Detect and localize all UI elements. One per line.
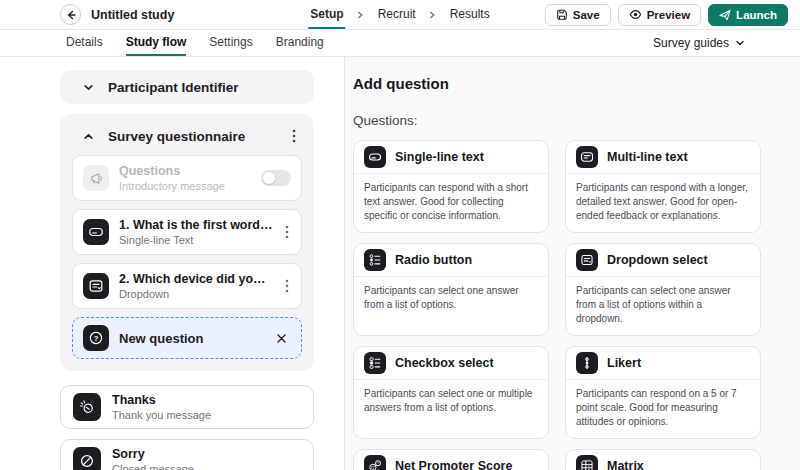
add-question-panel: Add question Questions: Single-line text… <box>345 57 800 470</box>
topbar-actions: Save Preview Launch <box>545 4 788 26</box>
chevron-up-icon[interactable] <box>83 131 94 142</box>
study-title: Untitled study <box>91 8 174 22</box>
type-title: Net Promoter Score <box>395 459 512 470</box>
sorry-message-card[interactable]: Sorry Closed message <box>60 439 314 470</box>
tab-branding[interactable]: Branding <box>276 30 324 56</box>
tab-details[interactable]: Details <box>66 30 103 56</box>
add-question-heading: Add question <box>353 75 800 92</box>
thanks-title: Thanks <box>112 393 301 407</box>
dropdown-icon <box>576 249 598 271</box>
type-description: Participants can respond with a longer, … <box>566 174 760 232</box>
checkbox-list-icon <box>364 352 386 374</box>
intro-message-title: Questions <box>119 164 251 178</box>
type-card-checkbox-select[interactable]: Checkbox select Participants can select … <box>353 346 549 439</box>
type-card-net-promoter-score[interactable]: Net Promoter Score Ask how likely they a… <box>353 449 549 470</box>
chevron-down-icon <box>83 82 94 93</box>
nps-faces-icon <box>364 455 386 470</box>
type-card-matrix[interactable]: Matrix Ask participants to rate multiple… <box>565 449 761 470</box>
likert-scale-icon <box>576 352 598 374</box>
intro-message-card[interactable]: Questions Introductory message <box>72 155 302 201</box>
toggle-knob <box>263 172 275 184</box>
question-card-1[interactable]: 1. What is the first word or phra… Singl… <box>72 209 302 255</box>
single-line-text-icon <box>83 219 109 245</box>
type-card-header: Multi-line text <box>566 141 760 174</box>
intro-message-subtitle: Introductory message <box>119 180 251 192</box>
step-results[interactable]: Results <box>448 0 492 29</box>
sorry-subtitle: Closed message <box>112 463 301 470</box>
type-card-dropdown-select[interactable]: Dropdown select Participants can select … <box>565 243 761 336</box>
content: Participant Identifier Survey questionna… <box>0 57 800 470</box>
intro-message-text: Questions Introductory message <box>119 164 251 192</box>
section-title: Survey questionnaire <box>108 129 276 144</box>
kebab-menu-icon[interactable] <box>283 277 291 295</box>
type-card-header: Net Promoter Score <box>354 450 548 470</box>
question-title: 1. What is the first word or phra… <box>119 218 273 232</box>
thanks-message-card[interactable]: Thanks Thank you message <box>60 385 314 429</box>
eye-icon <box>629 8 642 21</box>
preview-label: Preview <box>647 9 690 21</box>
question-text: 2. Which device did you primaril… Dropdo… <box>119 272 273 300</box>
launch-label: Launch <box>736 9 777 21</box>
type-card-header: Radio button <box>354 244 548 277</box>
kebab-menu-icon[interactable] <box>283 223 291 241</box>
type-card-likert[interactable]: Likert Participants can respond on a 5 o… <box>565 346 761 439</box>
type-description: Participants can respond with a short te… <box>354 174 548 232</box>
save-button[interactable]: Save <box>545 4 611 26</box>
survey-guides-dropdown[interactable]: Survey guides <box>653 36 745 50</box>
type-card-header: Dropdown select <box>566 244 760 277</box>
question-text: 1. What is the first word or phra… Singl… <box>119 218 273 246</box>
type-title: Checkbox select <box>395 356 494 370</box>
matrix-grid-icon <box>576 455 598 470</box>
question-card-2[interactable]: 2. Which device did you primaril… Dropdo… <box>72 263 302 309</box>
type-title: Dropdown select <box>607 253 708 267</box>
study-flow-panel: Participant Identifier Survey questionna… <box>0 57 345 470</box>
type-card-header: Single-line text <box>354 141 548 174</box>
chevron-right-icon <box>357 11 365 19</box>
question-circle-icon: ? <box>83 325 109 351</box>
type-card-radio-button[interactable]: Radio button Participants can select one… <box>353 243 549 336</box>
blocked-icon <box>73 447 101 470</box>
sorry-title: Sorry <box>112 447 301 461</box>
tab-study-flow[interactable]: Study flow <box>126 30 187 56</box>
kebab-menu-icon[interactable] <box>290 127 298 145</box>
sorry-text: Sorry Closed message <box>112 447 301 470</box>
step-recruit[interactable]: Recruit <box>376 0 418 29</box>
single-line-text-icon <box>364 146 386 168</box>
thanks-text: Thanks Thank you message <box>112 393 301 421</box>
type-card-header: Likert <box>566 347 760 380</box>
question-type: Single-line Text <box>119 234 273 246</box>
tab-settings[interactable]: Settings <box>209 30 252 56</box>
floppy-disk-icon <box>556 9 568 21</box>
launch-button[interactable]: Launch <box>708 4 788 26</box>
dropdown-icon <box>83 273 109 299</box>
section-title: Participant Identifier <box>108 80 239 95</box>
intro-message-toggle[interactable] <box>261 170 291 186</box>
type-card-multi-line-text[interactable]: Multi-line text Participants can respond… <box>565 140 761 233</box>
step-setup[interactable]: Setup <box>308 0 345 29</box>
paper-plane-icon <box>719 9 731 21</box>
type-description: Participants can respond on a 5 or 7 poi… <box>566 380 760 438</box>
type-description: Participants can select one answer from … <box>354 277 548 321</box>
type-title: Single-line text <box>395 150 484 164</box>
save-label: Save <box>573 9 600 21</box>
type-description: Participants can select one answer from … <box>566 277 760 335</box>
preview-button[interactable]: Preview <box>618 4 701 26</box>
radio-list-icon <box>364 249 386 271</box>
close-icon[interactable] <box>274 331 289 346</box>
thanks-subtitle: Thank you message <box>112 409 301 421</box>
type-title: Matrix <box>607 459 644 470</box>
questions-section-label: Questions: <box>353 113 800 128</box>
type-title: Radio button <box>395 253 472 267</box>
type-card-single-line-text[interactable]: Single-line text Participants can respon… <box>353 140 549 233</box>
question-type: Dropdown <box>119 288 273 300</box>
section-participant-identifier[interactable]: Participant Identifier <box>60 70 314 104</box>
type-card-header: Checkbox select <box>354 347 548 380</box>
study-tabbar: Details Study flow Settings Branding Sur… <box>0 30 800 57</box>
back-button[interactable] <box>60 4 81 25</box>
chevron-right-icon <box>429 11 437 19</box>
type-title: Likert <box>607 356 641 370</box>
megaphone-icon <box>83 165 109 191</box>
svg-text:?: ? <box>94 334 99 343</box>
new-question-card[interactable]: ? New question <box>72 317 302 359</box>
question-title: 2. Which device did you primaril… <box>119 272 273 286</box>
